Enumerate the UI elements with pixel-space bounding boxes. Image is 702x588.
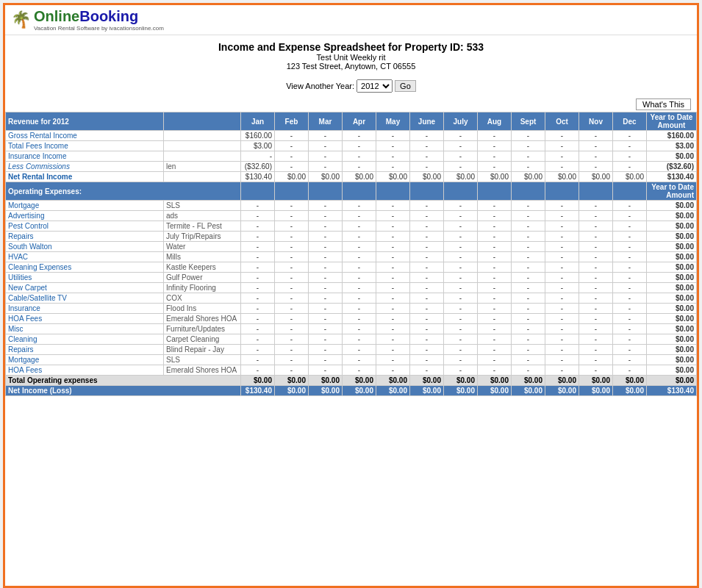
net-month: $0.00 xyxy=(309,386,343,396)
expense-month: - xyxy=(444,293,478,304)
month-value: - xyxy=(545,141,579,151)
expense-label: New Carpet xyxy=(6,283,164,293)
expense-label: Pest Control xyxy=(6,221,164,232)
expense-month: - xyxy=(241,201,275,211)
month-value: - xyxy=(444,141,478,151)
ytd-value: $0.00 xyxy=(647,151,697,162)
ytd-value: $3.00 xyxy=(647,141,697,151)
month-value: - xyxy=(512,131,545,141)
table-row: Mortgage SLS ------------ $0.00 xyxy=(6,355,697,365)
table-row: South Walton Water ------------ $0.00 xyxy=(6,242,697,252)
expense-month: - xyxy=(241,242,275,252)
go-button[interactable]: Go xyxy=(395,80,416,92)
expense-month: - xyxy=(545,314,579,324)
expense-month: - xyxy=(444,221,478,232)
expense-month: - xyxy=(512,273,545,283)
expense-month: - xyxy=(275,283,309,293)
expense-ytd: $0.00 xyxy=(647,293,697,304)
whats-this-button[interactable]: What's This xyxy=(636,98,691,110)
expense-month: - xyxy=(343,365,376,376)
expense-month: - xyxy=(444,355,478,365)
expense-month: - xyxy=(410,242,444,252)
expense-month: - xyxy=(478,211,512,221)
table-row: Misc Furniture/Updates ------------ $0.0… xyxy=(6,324,697,334)
month-value: - xyxy=(309,131,343,141)
month-value: $0.00 xyxy=(309,172,343,182)
total-month: $0.00 xyxy=(241,376,275,386)
expense-month: - xyxy=(309,355,343,365)
expense-vendor: Termite - FL Pest xyxy=(164,221,241,232)
total-month: $0.00 xyxy=(444,376,478,386)
expense-ytd: $0.00 xyxy=(647,201,697,211)
table-row: Pest Control Termite - FL Pest ---------… xyxy=(6,221,697,232)
ytd-value: $130.40 xyxy=(647,172,697,182)
expense-month: - xyxy=(241,293,275,304)
expense-month: - xyxy=(309,211,343,221)
expense-vendor: Mills xyxy=(164,252,241,262)
month-value: - xyxy=(275,151,309,162)
table-row: Insurance Flood Ins ------------ $0.00 xyxy=(6,304,697,314)
expense-month: - xyxy=(241,365,275,376)
expense-month: - xyxy=(241,345,275,355)
expense-month: - xyxy=(309,334,343,345)
operating-expenses-header: Operating Expenses: xyxy=(6,182,241,201)
expense-month: - xyxy=(275,314,309,324)
expense-month: - xyxy=(613,273,647,283)
expense-month: - xyxy=(275,334,309,345)
month-value: $0.00 xyxy=(275,172,309,182)
month-value: - xyxy=(613,131,647,141)
month-value: - xyxy=(478,151,512,162)
month-value: $0.00 xyxy=(579,172,613,182)
expense-month: - xyxy=(309,273,343,283)
expense-month: - xyxy=(275,252,309,262)
expense-month: - xyxy=(309,314,343,324)
col-mar: Mar xyxy=(309,112,343,131)
month-value: - xyxy=(613,162,647,172)
expense-month: - xyxy=(309,293,343,304)
expense-ytd: $0.00 xyxy=(647,252,697,262)
expense-ytd: $0.00 xyxy=(647,304,697,314)
expense-month: - xyxy=(241,283,275,293)
col-oct: Oct xyxy=(545,112,579,131)
total-month: $0.00 xyxy=(478,376,512,386)
expense-month: - xyxy=(478,345,512,355)
expense-month: - xyxy=(512,232,545,242)
expense-month: - xyxy=(241,252,275,262)
expense-month: - xyxy=(376,221,410,232)
month-value: - xyxy=(613,141,647,151)
expense-month: - xyxy=(545,293,579,304)
expense-month: - xyxy=(275,345,309,355)
expense-month: - xyxy=(512,293,545,304)
expense-month: - xyxy=(241,324,275,334)
expense-month: - xyxy=(512,345,545,355)
expense-month: - xyxy=(343,355,376,365)
expense-month: - xyxy=(512,221,545,232)
total-month: $0.00 xyxy=(275,376,309,386)
expense-month: - xyxy=(613,293,647,304)
expense-month: - xyxy=(275,304,309,314)
table-row: HOA Fees Emerald Shores HOA ------------… xyxy=(6,314,697,324)
year-select[interactable]: 2012 2011 2013 xyxy=(357,79,393,93)
expense-month: - xyxy=(545,211,579,221)
expense-label: Mortgage xyxy=(6,201,164,211)
expense-month: - xyxy=(478,283,512,293)
month-value: - xyxy=(613,151,647,162)
expense-month: - xyxy=(309,345,343,355)
expense-label: Cable/Satellite TV xyxy=(6,293,164,304)
expense-vendor: Gulf Power xyxy=(164,273,241,283)
month-value: - xyxy=(275,162,309,172)
month-value: - xyxy=(478,162,512,172)
expense-month: - xyxy=(478,252,512,262)
expense-month: - xyxy=(309,232,343,242)
table-row: Repairs Blind Repair - Jay ------------ … xyxy=(6,345,697,355)
expense-month: - xyxy=(444,211,478,221)
expense-month: - xyxy=(579,314,613,324)
expense-month: - xyxy=(444,201,478,211)
expense-month: - xyxy=(309,201,343,211)
expense-month: - xyxy=(478,314,512,324)
expense-month: - xyxy=(512,355,545,365)
expense-month: - xyxy=(410,314,444,324)
expense-month: - xyxy=(579,365,613,376)
expense-month: - xyxy=(343,252,376,262)
month-value: - xyxy=(343,131,376,141)
